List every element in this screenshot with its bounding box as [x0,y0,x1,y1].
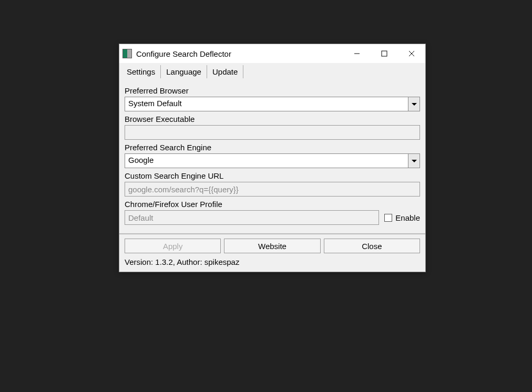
app-icon [122,49,132,58]
content-area: Settings Language Update Preferred Brows… [119,63,425,272]
minimize-button[interactable] [343,44,371,63]
user-profile-input [125,210,379,225]
preferred-search-engine-select[interactable]: Google [125,153,420,168]
titlebar: Configure Search Deflector [119,44,425,63]
settings-form: Preferred Browser System Default Browser… [119,79,425,227]
chevron-down-icon [408,154,420,168]
enable-checkbox-wrap[interactable]: Enable [384,213,420,222]
browser-executable-label: Browser Executable [125,115,420,123]
preferred-browser-label: Preferred Browser [125,86,420,95]
chevron-down-icon [408,97,420,111]
custom-search-url-label: Custom Search Engine URL [125,171,420,180]
user-profile-row: Enable [125,210,420,225]
enable-checkbox[interactable] [384,214,392,222]
preferred-search-engine-label: Preferred Search Engine [125,143,420,152]
tab-language[interactable]: Language [161,65,207,78]
preferred-search-engine-value: Google [125,154,408,168]
version-author-text: Version: 1.3.2, Author: spikespaz [119,255,425,272]
app-window: Configure Search Deflector Settings Lang… [119,44,426,272]
preferred-browser-select[interactable]: System Default [125,97,420,111]
custom-search-url-input [125,182,420,197]
tab-bar: Settings Language Update [119,63,425,79]
browser-executable-input [125,125,420,140]
preferred-browser-value: System Default [125,97,408,111]
enable-label: Enable [395,213,420,222]
tab-settings[interactable]: Settings [121,65,161,78]
button-row: Apply Website Close [119,234,425,255]
maximize-button[interactable] [371,44,398,63]
apply-button[interactable]: Apply [125,239,221,253]
close-button[interactable]: Close [324,239,420,253]
window-title: Configure Search Deflector [136,49,231,58]
website-button[interactable]: Website [224,239,320,253]
tab-update[interactable]: Update [207,65,243,78]
user-profile-label: Chrome/Firefox User Profile [125,200,420,209]
svg-rect-1 [382,51,387,56]
close-window-button[interactable] [398,44,425,63]
